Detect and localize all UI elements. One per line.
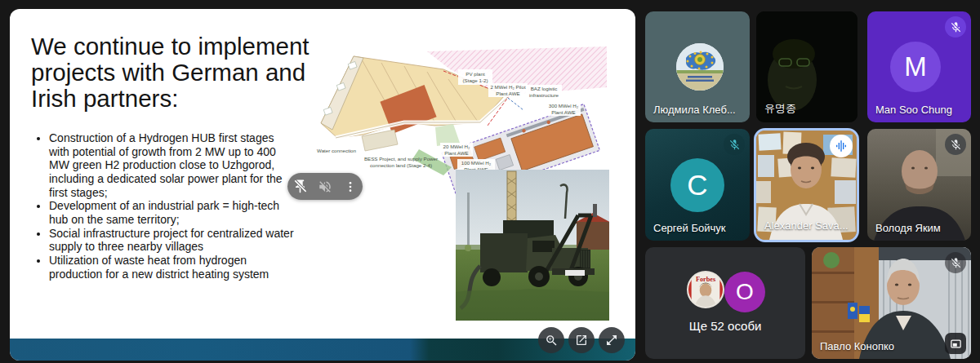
open-in-new-icon: [575, 334, 588, 347]
avatar-initial: C: [687, 169, 707, 201]
participant-tile-volodya[interactable]: Володя Яким: [867, 129, 971, 241]
avatar: [676, 43, 724, 91]
avatar: C: [670, 158, 724, 212]
picture-in-picture-button[interactable]: [945, 333, 966, 354]
mic-off-icon: [728, 139, 741, 151]
truck-photo-svg: [456, 170, 609, 321]
avatar: M: [890, 42, 941, 92]
participant-tile-yoo[interactable]: 유명종: [756, 11, 858, 122]
mic-muted-badge: [945, 252, 966, 273]
mic-off-icon: [950, 257, 962, 269]
tile-options-pill[interactable]: [287, 173, 363, 200]
slide-bullet: Utilization of waste heat from hydrogen …: [49, 254, 296, 281]
svg-text:100 MWel H₂: 100 MWel H₂: [461, 160, 492, 166]
participant-tile-lyudmila[interactable]: Людмила Клеб...: [645, 11, 750, 122]
slide-title: We continue to implement projects with G…: [31, 33, 322, 112]
participant-name: Людмила Клеб...: [653, 104, 736, 116]
kebab-menu-icon: [344, 180, 357, 193]
svg-text:PV plant: PV plant: [466, 71, 485, 77]
meet-window: { "slide": { "title": "We continue to im…: [0, 0, 980, 363]
fullscreen-button[interactable]: [599, 327, 625, 353]
avatar: O: [724, 272, 765, 312]
participant-name: Alexander Sava...: [764, 219, 849, 232]
participant-tile-sergey[interactable]: C Сергей Бойчук: [645, 129, 750, 241]
zoom-in-icon: [545, 334, 559, 348]
participant-tile-alexander[interactable]: Alexander Sava...: [754, 128, 859, 242]
svg-text:Plant AWE: Plant AWE: [444, 150, 468, 156]
audio-activity-icon: [835, 139, 848, 153]
svg-text:Plant AWE: Plant AWE: [496, 91, 519, 96]
svg-text:infrastructure: infrastructure: [529, 92, 559, 98]
svg-text:Plant AWE: Plant AWE: [551, 109, 575, 115]
svg-text:BAZ logistic: BAZ logistic: [531, 86, 558, 91]
slide-bullet: Social infrastructure project for centra…: [49, 227, 296, 254]
mic-muted-badge: [945, 16, 966, 38]
mic-muted-badge: [945, 134, 966, 155]
screen-share-tile[interactable]: We continue to implement projects with G…: [10, 9, 635, 361]
zoom-in-button[interactable]: [538, 327, 564, 353]
unpin-button[interactable]: [291, 178, 309, 196]
open-in-new-window-button[interactable]: [568, 327, 595, 353]
svg-text:BESS Project, and supply Power: BESS Project, and supply Power: [364, 156, 438, 162]
mic-off-icon: [950, 21, 962, 33]
slide-bullet: Development of an industrial park = high…: [49, 199, 296, 226]
audio-activity-badge: [830, 135, 853, 157]
participant-tile-mansoo[interactable]: M Man Soo Chung: [867, 11, 971, 122]
avatar-photo: Forbes: [687, 271, 724, 308]
svg-text:Water connection: Water connection: [317, 148, 356, 153]
magazine-title: Forbes: [696, 276, 715, 283]
svg-text:300 MWel H₂: 300 MWel H₂: [549, 103, 579, 108]
participant-tile-pavlo[interactable]: Павло Конопко: [812, 247, 971, 359]
participant-name: Man Soo Chung: [875, 104, 952, 116]
picture-in-picture-icon: [950, 338, 962, 350]
slide-bullet-list: Construction of a Hydrogen HUB first sta…: [34, 131, 318, 281]
mute-tile-audio-button[interactable]: [316, 178, 334, 196]
more-participants-label: Ще 52 особи: [645, 319, 805, 333]
volume-off-icon: [318, 179, 332, 194]
mic-muted-badge: [724, 134, 745, 155]
avatar-initial: M: [904, 51, 927, 82]
participant-name: Павло Конопко: [820, 340, 894, 352]
slide-bullet: Construction of a Hydrogen HUB first sta…: [49, 131, 296, 199]
participant-name: Володя Яким: [875, 222, 941, 234]
more-participants-tile[interactable]: Forbes O Ще 52 особи: [645, 247, 805, 359]
svg-text:connection land (Stage 2-4): connection land (Stage 2-4): [370, 162, 432, 168]
pin-off-icon: [292, 179, 308, 194]
participant-name: 유명종: [764, 101, 796, 116]
svg-text:20 MWel H₂: 20 MWel H₂: [443, 144, 470, 149]
svg-text:2 MWel H₂ Pilot: 2 MWel H₂ Pilot: [490, 84, 525, 90]
ukraine-logo-avatar: [676, 43, 724, 91]
magazine-cover-avatar: Forbes: [688, 271, 723, 308]
drilling-truck-photo: [456, 170, 609, 321]
svg-text:(Stage 1-2): (Stage 1-2): [463, 77, 488, 83]
participant-name: Сергей Бойчук: [653, 222, 725, 234]
fullscreen-icon: [605, 334, 618, 347]
more-options-button[interactable]: [341, 178, 359, 196]
avatar-initial: O: [736, 279, 754, 305]
mic-off-icon: [950, 139, 962, 151]
